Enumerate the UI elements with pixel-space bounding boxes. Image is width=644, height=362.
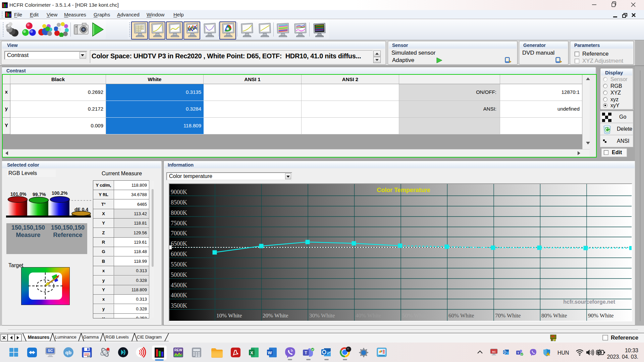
svg-text:90% White: 90% White bbox=[588, 312, 614, 319]
svg-text:!: ! bbox=[548, 353, 549, 356]
svg-text:hcfr.sourceforge.net: hcfr.sourceforge.net bbox=[563, 299, 615, 305]
svg-text:4500K: 4500K bbox=[171, 282, 187, 289]
svg-text:T: T bbox=[305, 351, 307, 355]
svg-text:9000K: 9000K bbox=[171, 189, 187, 195]
svg-text:40% White: 40% White bbox=[356, 312, 381, 319]
svg-text:100.2%: 100.2% bbox=[52, 190, 68, 196]
svg-text:RGB Levels: RGB Levels bbox=[105, 335, 129, 340]
svg-text:SC: SC bbox=[48, 349, 53, 353]
svg-text:99.7%: 99.7% bbox=[33, 192, 46, 197]
svg-text:8000K: 8000K bbox=[171, 209, 187, 216]
svg-text:5000K: 5000K bbox=[171, 272, 187, 278]
svg-text:3500K: 3500K bbox=[171, 302, 187, 309]
svg-text:6500K: 6500K bbox=[171, 240, 187, 247]
svg-text:REW: REW bbox=[174, 348, 182, 352]
svg-text:T: T bbox=[517, 351, 519, 355]
svg-text:10:33: 10:33 bbox=[625, 348, 638, 353]
svg-text:SC: SC bbox=[492, 350, 496, 353]
svg-text:20% White: 20% White bbox=[263, 312, 288, 319]
svg-text:4000K: 4000K bbox=[171, 292, 187, 299]
svg-text:Measures: Measures bbox=[28, 335, 50, 340]
svg-text:Luminance: Luminance bbox=[55, 335, 76, 340]
svg-text:5500K: 5500K bbox=[171, 261, 187, 268]
svg-text:50% White: 50% White bbox=[402, 312, 428, 319]
svg-text:6000K: 6000K bbox=[171, 251, 187, 257]
svg-text:101.0%: 101.0% bbox=[10, 191, 26, 197]
svg-text:7000K: 7000K bbox=[171, 230, 187, 237]
svg-text:30% White: 30% White bbox=[309, 312, 335, 319]
svg-text:Reference: Reference bbox=[611, 335, 638, 341]
svg-text:8500K: 8500K bbox=[171, 199, 187, 206]
svg-text:HUN: HUN bbox=[557, 350, 569, 356]
svg-text:64: 64 bbox=[87, 355, 90, 358]
svg-text:2023. 04. 03.: 2023. 04. 03. bbox=[607, 354, 638, 360]
svg-text:Gamma: Gamma bbox=[83, 335, 99, 340]
svg-text:60% White: 60% White bbox=[448, 312, 474, 319]
svg-text:W: W bbox=[268, 350, 272, 355]
svg-text:Color Temperature: Color Temperature bbox=[377, 187, 430, 193]
svg-text:qb: qb bbox=[65, 350, 71, 355]
svg-text:CIE Diagram: CIE Diagram bbox=[137, 335, 162, 340]
svg-text:X: X bbox=[250, 350, 253, 355]
svg-text:7500K: 7500K bbox=[171, 220, 187, 227]
svg-text:80% White: 80% White bbox=[541, 312, 567, 319]
svg-text:70% White: 70% White bbox=[495, 312, 521, 319]
svg-text:10% White: 10% White bbox=[216, 312, 242, 319]
